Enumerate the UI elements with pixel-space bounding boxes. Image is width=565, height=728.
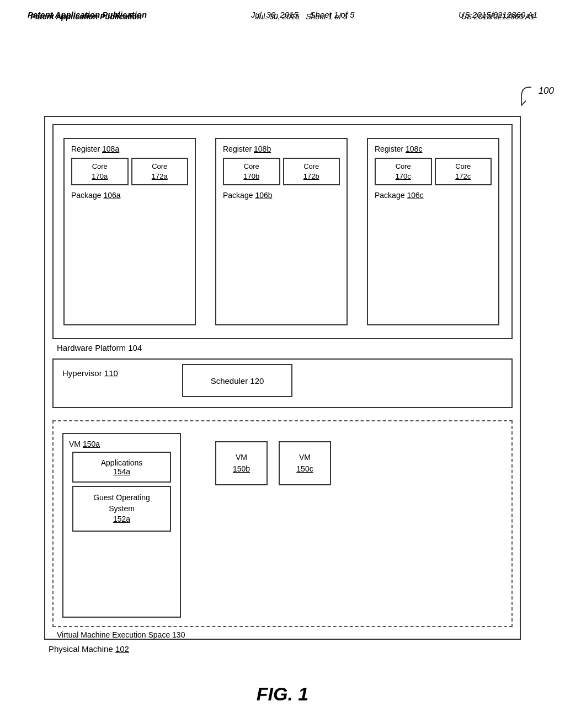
register-108b-label: Register 108b: [223, 144, 340, 153]
core-172c-cell: Core172c: [435, 158, 492, 185]
cores-pair-a: Core170a Core172a: [71, 158, 188, 185]
vm-150b-box: VM150b: [215, 441, 268, 485]
fig-caption: FIG. 1: [0, 683, 565, 705]
hypervisor-label-text: Hypervisor 110: [62, 368, 118, 378]
vm-execution-space-label: Virtual Machine Execution Space 130: [57, 630, 185, 639]
core-170a-cell: Core170a: [71, 158, 129, 185]
hardware-platform-label-text: Hardware Platform 104: [57, 343, 142, 352]
core-172b-cell: Core172b: [283, 158, 340, 185]
core-170c-cell: Core170c: [375, 158, 432, 185]
scheduler-label: Scheduler 120: [211, 376, 264, 386]
vm-150a-label: VM 150a: [69, 440, 174, 448]
header-patent-num-label: US 2015/0212860 A1: [461, 12, 535, 21]
cores-pair-c: Core170c Core172c: [375, 158, 492, 185]
cores-pair-b: Core170b Core172b: [223, 158, 340, 185]
scheduler-box: Scheduler 120: [182, 364, 292, 397]
vm-150c-box: VM150c: [279, 441, 331, 485]
package-106a-box: Register 108a Core170a Core172a Package …: [63, 138, 196, 325]
header-pub-label: Patent Application Publication: [30, 12, 142, 21]
package-106a-content: Register 108a Core170a Core172a Package …: [65, 139, 195, 205]
vm-150a-content: VM 150a Applications154a Guest Operating…: [63, 434, 180, 540]
package-106b-content: Register 108b Core170b Core172b Package …: [216, 139, 347, 205]
vm-150b-label: VM150b: [233, 452, 250, 475]
core-170b-cell: Core170b: [223, 158, 280, 185]
page-header: Patent Application Publication Jul. 30, …: [0, 12, 565, 21]
ref-100-arrow-icon: [519, 85, 535, 108]
vm-150a-box: VM 150a Applications154a Guest Operating…: [62, 433, 181, 618]
physical-machine-label-text: Physical Machine 102: [49, 644, 129, 654]
header-date-sheet-label: Jul. 30, 2015 Sheet 1 of 5: [255, 12, 348, 21]
register-108a-label: Register 108a: [71, 144, 188, 153]
core-172a-cell: Core172a: [131, 158, 189, 185]
applications-154a-box: Applications154a: [72, 452, 171, 483]
vm-150c-label: VM150c: [296, 452, 313, 475]
package-106b-box: Register 108b Core170b Core172b Package …: [215, 138, 348, 325]
package-106c-content: Register 108c Core170c Core172c Package …: [368, 139, 498, 205]
package-106b-label: Package 106b: [223, 191, 340, 200]
guest-os-152a-box: Guest OperatingSystem152a: [72, 486, 171, 532]
package-106a-label: Package 106a: [71, 191, 188, 200]
package-106c-label: Package 106c: [375, 191, 492, 200]
ref-100-text: 100: [539, 85, 554, 97]
register-108c-label: Register 108c: [375, 144, 492, 153]
package-106c-box: Register 108c Core170c Core172c Package …: [367, 138, 499, 325]
